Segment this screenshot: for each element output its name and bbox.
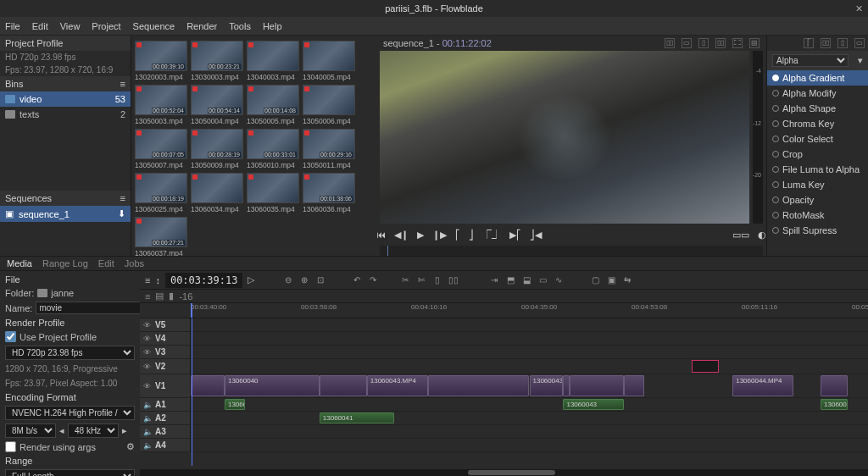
folder-icon[interactable] (37, 289, 47, 297)
media-clip[interactable]: 00:00:52:0413050003.mp4 (135, 85, 187, 125)
layout-5-icon[interactable]: ⛶ (732, 38, 743, 48)
tab-edit[interactable]: Edit (98, 258, 114, 268)
zoom-fit-icon[interactable]: ⊡ (314, 274, 327, 287)
track-body[interactable] (191, 346, 868, 358)
marker-icon[interactable]: ▮ (169, 291, 174, 302)
cut-icon[interactable]: ✂ (398, 274, 412, 287)
ripple-icon[interactable]: ▣ (604, 274, 618, 287)
media-clip[interactable]: 13040003.mp4 (247, 41, 299, 81)
timeline-clip[interactable] (563, 375, 570, 396)
gear-icon[interactable]: ⚙ (126, 441, 135, 452)
timeline-clip[interactable] (428, 375, 530, 396)
effect-item[interactable]: Chroma Key (767, 116, 868, 131)
sequences-menu-icon[interactable]: ≡ (120, 193, 125, 203)
menu-edit[interactable]: Edit (32, 21, 48, 31)
mark-in-icon[interactable]: ⎡ (455, 230, 460, 241)
name-field[interactable] (36, 302, 150, 314)
timeline-clip[interactable]: 13060043 (530, 375, 564, 396)
menu-sequence[interactable]: Sequence (133, 21, 175, 31)
track-head[interactable]: 🔈A1 (140, 398, 191, 411)
step-fwd-icon[interactable]: ❙▶ (432, 230, 447, 241)
tab-media[interactable]: Media (7, 258, 32, 268)
media-clip[interactable]: 00:00:28:1913050009.mp4 (191, 129, 243, 169)
effect-item[interactable]: RotoMask (767, 208, 868, 223)
track-head[interactable]: 🔈A2 (140, 412, 191, 424)
tool-pointer-icon[interactable]: ↕ (155, 275, 160, 285)
3pt-icon[interactable]: ▭ (536, 274, 549, 287)
layout-6-icon[interactable]: ▤ (749, 38, 760, 48)
media-clip[interactable]: 00:00:23:2113030003.mp4 (191, 41, 243, 81)
media-clip[interactable]: 00:00:14:0813050005.mp4 (247, 85, 299, 125)
bitrate-select[interactable]: 8M b/s (5, 423, 56, 438)
use-project-profile-checkbox[interactable] (5, 331, 16, 342)
timeline-ruler[interactable]: 00:03:40:0000:03:58:0800:04:16:1600:04:3… (140, 303, 868, 318)
effect-item[interactable]: File Luma to Alpha (767, 162, 868, 177)
media-clip[interactable]: 00:00:54:1413050004.mp4 (191, 85, 243, 125)
overwrite-icon[interactable]: ⬒ (504, 274, 517, 287)
media-clip[interactable]: 00:00:33:0113050010.mp4 (247, 129, 299, 169)
insert-icon[interactable]: ⇥ (487, 274, 501, 287)
rewind-icon[interactable]: ⏮ (376, 230, 386, 240)
track-body[interactable] (191, 359, 868, 374)
stepper-left-icon[interactable]: ◂ (59, 425, 64, 436)
media-clip[interactable]: 13040005.mp4 (303, 41, 355, 81)
timeline-clip[interactable]: 13060043 (563, 399, 624, 410)
zoom-out-icon[interactable]: ⊖ (281, 274, 295, 287)
filter-icon[interactable]: ▤ (155, 291, 164, 302)
stepper-right-icon[interactable]: ▸ (122, 425, 127, 436)
tab-range-log[interactable]: Range Log (42, 258, 88, 268)
effect-item[interactable]: Spill Supress (767, 223, 868, 238)
timeline-clip[interactable]: 13060040 (225, 375, 320, 396)
mute-icon[interactable]: 👁 (143, 363, 152, 371)
lift-icon[interactable]: ▢ (588, 274, 602, 287)
effects-category-select[interactable]: Alpha (772, 54, 849, 67)
mute-icon[interactable]: 👁 (143, 382, 152, 390)
bin-item[interactable]: texts2 (0, 107, 131, 122)
menu-project[interactable]: Project (92, 21, 120, 31)
arrow-icon[interactable]: ▷ (248, 274, 254, 285)
track-head[interactable]: 🔈A3 (140, 425, 191, 438)
timeline-clip[interactable] (624, 375, 644, 396)
track-head[interactable]: 👁V2 (140, 359, 191, 374)
track-head[interactable]: 🔈A4 (140, 439, 191, 451)
fx-layout-1-icon[interactable]: ⎡ (804, 38, 814, 48)
mute-icon[interactable]: 🔈 (143, 414, 152, 423)
bins-menu-icon[interactable]: ≡ (120, 79, 125, 89)
splice-icon[interactable]: ✄ (415, 274, 428, 287)
goto-in-icon[interactable]: ▶⎡ (509, 230, 521, 241)
timeline-clip[interactable] (320, 375, 367, 396)
menu-tools[interactable]: Tools (229, 21, 251, 31)
track-head[interactable]: 👁V1 (140, 374, 191, 397)
layout-3-icon[interactable]: ▯ (698, 38, 709, 48)
redo-icon[interactable]: ↷ (366, 274, 380, 287)
menu-file[interactable]: File (5, 21, 20, 31)
encoding-select[interactable]: NVENC H.264 High Profile / .mp4 (5, 406, 135, 420)
tool-menu-icon[interactable]: ≡ (145, 275, 150, 285)
media-clip[interactable]: 13060034.mp4 (191, 173, 243, 213)
fx-layout-2-icon[interactable]: ▯▯ (821, 38, 831, 48)
mute-icon[interactable]: 👁 (143, 335, 152, 343)
bin-item[interactable]: video53 (0, 91, 131, 107)
effect-item[interactable]: Alpha Modify (767, 86, 868, 101)
track-head[interactable]: 👁V4 (140, 332, 191, 345)
sync-icon[interactable]: ⇆ (620, 274, 634, 287)
range-select[interactable]: Full Length (5, 469, 135, 476)
zoom-in-icon[interactable]: ⊕ (298, 274, 311, 287)
timeline-clip[interactable]: 13060043.MP4 (367, 375, 428, 396)
media-clip[interactable]: 13050006.mp4 (303, 85, 355, 125)
toggle-icon[interactable]: ◐ (758, 230, 766, 241)
play-icon[interactable]: ▶ (417, 230, 424, 241)
effect-item[interactable]: Luma Key (767, 177, 868, 192)
track-body[interactable] (191, 439, 868, 451)
timeline-clip[interactable] (692, 360, 719, 373)
audio-sync-icon[interactable]: ∿ (552, 274, 565, 287)
mark-out-icon[interactable]: ⎦ (469, 230, 474, 241)
tracks-menu-icon[interactable]: ≡ (145, 291, 150, 302)
track-body[interactable] (191, 332, 868, 345)
track-body[interactable]: 130600401306004313060041 (191, 398, 868, 411)
mute-icon[interactable]: 🔈 (143, 401, 152, 409)
trim-view-icon[interactable]: ▭▭ (732, 230, 749, 241)
timeline-clip[interactable] (191, 375, 225, 396)
track-body[interactable]: 1306004013060043.MP41306004313060044.MP4 (191, 374, 868, 397)
media-clip[interactable]: 00:01:38:0613060036.mp4 (303, 173, 355, 213)
